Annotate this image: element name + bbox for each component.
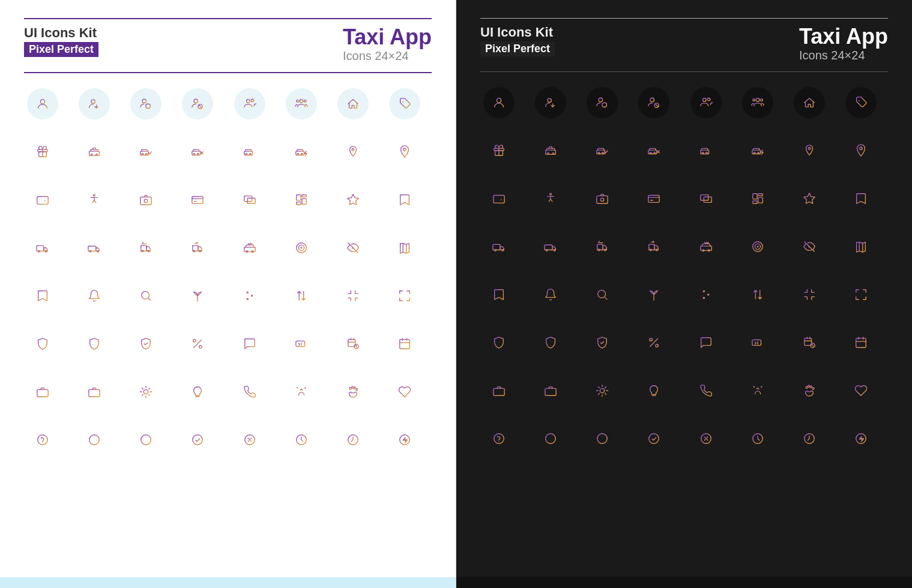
kit-label-light: UI Icons Kit xyxy=(24,25,331,41)
dark-icon-pin-outline xyxy=(842,132,880,169)
dark-icon-wallet xyxy=(480,180,518,217)
svg-point-1 xyxy=(91,100,95,103)
dark-icon-arrow-up-down xyxy=(739,276,776,313)
svg-rect-140 xyxy=(752,193,756,199)
dark-icon-card xyxy=(635,180,672,217)
svg-rect-141 xyxy=(758,193,763,196)
svg-point-11 xyxy=(402,101,403,102)
dark-icon-checkmark xyxy=(635,420,672,457)
svg-point-170 xyxy=(656,344,659,347)
icon-taxi xyxy=(76,133,113,170)
svg-point-65 xyxy=(246,298,249,300)
icon-calendar xyxy=(386,325,423,362)
svg-point-166 xyxy=(707,293,709,296)
icon-heart xyxy=(386,373,423,410)
svg-point-199 xyxy=(649,433,659,443)
dark-icon-pin xyxy=(791,132,828,169)
dark-icon-bell xyxy=(532,276,569,313)
svg-rect-53 xyxy=(244,247,255,251)
svg-point-120 xyxy=(598,152,600,154)
svg-point-117 xyxy=(548,152,549,154)
icon-battery xyxy=(283,325,320,362)
svg-point-103 xyxy=(548,98,551,102)
svg-rect-31 xyxy=(37,196,48,204)
icon-sliders xyxy=(231,277,268,314)
svg-point-90 xyxy=(43,442,43,443)
icon-card-alt xyxy=(231,181,268,218)
svg-line-182 xyxy=(753,386,754,387)
svg-rect-39 xyxy=(302,194,306,197)
svg-line-66 xyxy=(194,340,202,347)
svg-line-81 xyxy=(304,387,306,388)
dark-icon-shield-check xyxy=(584,324,621,361)
icon-shield xyxy=(24,325,61,362)
svg-line-183 xyxy=(761,386,762,387)
svg-rect-43 xyxy=(37,245,44,251)
light-header: UI Icons Kit Pixel Perfect Taxi App Icon… xyxy=(24,18,432,73)
svg-point-134 xyxy=(550,193,552,195)
svg-point-158 xyxy=(752,241,763,251)
dark-icon-delivery-alt xyxy=(635,228,672,265)
icon-home xyxy=(334,85,372,122)
svg-point-105 xyxy=(650,98,654,101)
svg-point-21 xyxy=(194,153,196,155)
dark-icon-accessibility xyxy=(532,180,569,217)
svg-point-121 xyxy=(602,152,604,154)
icon-question xyxy=(24,421,61,458)
dark-icon-gift xyxy=(480,132,518,169)
svg-point-10 xyxy=(304,100,306,102)
svg-rect-74 xyxy=(400,339,410,349)
icon-taxi-bolt xyxy=(283,133,320,170)
icon-shield-check xyxy=(127,325,165,362)
svg-point-25 xyxy=(249,153,251,155)
svg-marker-42 xyxy=(348,194,358,204)
svg-point-130 xyxy=(757,152,759,154)
svg-point-19 xyxy=(146,153,148,155)
icon-search xyxy=(127,277,165,314)
svg-line-5 xyxy=(199,104,202,108)
dark-icon-persons-group xyxy=(739,84,776,121)
dark-icon-bookmark-filled xyxy=(842,180,880,217)
svg-rect-37 xyxy=(247,198,255,203)
icon-truck xyxy=(24,229,61,266)
svg-rect-36 xyxy=(244,196,252,201)
svg-point-126 xyxy=(702,152,704,154)
dark-icon-calendar xyxy=(842,324,880,361)
icon-checkmark xyxy=(179,421,216,458)
svg-point-88 xyxy=(356,388,358,391)
svg-point-18 xyxy=(142,153,143,155)
svg-rect-155 xyxy=(700,246,711,250)
dark-icon-delivery xyxy=(584,228,621,265)
icon-paws xyxy=(334,373,372,410)
dark-icon-taxi-info xyxy=(687,132,725,169)
icon-camera xyxy=(127,181,165,218)
svg-point-161 xyxy=(598,290,606,298)
dark-icon-person-block xyxy=(635,84,672,121)
light-panel: UI Icons Kit Pixel Perfect Taxi App Icon… xyxy=(0,0,456,588)
icon-sprout xyxy=(179,277,216,314)
svg-point-3 xyxy=(194,99,198,103)
icon-clock xyxy=(283,421,320,458)
svg-point-15 xyxy=(91,154,93,155)
dark-icon-battery xyxy=(739,324,776,361)
svg-point-93 xyxy=(94,442,95,442)
icons-size-light: Icons 24×24 xyxy=(343,49,432,63)
icon-support xyxy=(127,373,165,410)
pixel-perfect-dark: Pixel Perfect xyxy=(480,41,555,56)
icon-persons-group xyxy=(283,85,320,122)
svg-point-104 xyxy=(599,98,602,101)
svg-point-169 xyxy=(650,338,653,341)
svg-rect-38 xyxy=(296,194,300,200)
icon-calendar-clock xyxy=(334,325,372,362)
svg-point-2 xyxy=(142,99,146,103)
dark-icon-map xyxy=(842,228,880,265)
svg-point-67 xyxy=(193,339,196,342)
dark-icon-calendar-clock xyxy=(791,324,828,361)
svg-point-86 xyxy=(351,386,353,388)
svg-point-108 xyxy=(702,98,706,101)
svg-point-0 xyxy=(40,99,44,103)
svg-point-127 xyxy=(705,152,707,154)
dark-icon-search xyxy=(584,276,621,313)
icon-pin-outline xyxy=(386,133,423,170)
icon-bookmark-filled xyxy=(386,181,423,218)
